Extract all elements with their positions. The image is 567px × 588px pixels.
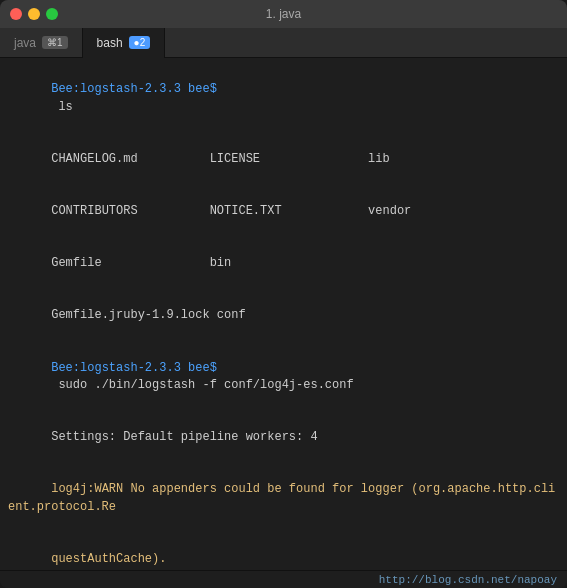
status-bar: http://blog.csdn.net/napoay: [0, 570, 567, 588]
terminal-window: 1. java java ⌘1 bash ●2 Bee:logstash-2.3…: [0, 0, 567, 588]
prompt-text: Bee:logstash-2.3.3 bee$: [51, 82, 217, 96]
tab-bash[interactable]: bash ●2: [83, 28, 166, 58]
ls-row-3: Gemfile bin: [8, 238, 559, 290]
status-url: http://blog.csdn.net/napoay: [379, 574, 557, 586]
ls-row-4: Gemfile.jruby-1.9.lock conf: [8, 290, 559, 342]
ls-row-1: CHANGELOG.md LICENSE lib: [8, 134, 559, 186]
line-prompt-sudo: Bee:logstash-2.3.3 bee$ sudo ./bin/logst…: [8, 342, 559, 412]
line-prompt-ls: Bee:logstash-2.3.3 bee$ ls: [8, 64, 559, 134]
tab-java-label: java: [14, 36, 36, 50]
tab-bash-num: ●2: [129, 36, 151, 49]
traffic-lights: [10, 8, 58, 20]
minimize-button[interactable]: [28, 8, 40, 20]
tab-java-num: ⌘1: [42, 36, 68, 49]
close-button[interactable]: [10, 8, 22, 20]
tab-java[interactable]: java ⌘1: [0, 28, 83, 58]
ls-row-2: CONTRIBUTORS NOTICE.TXT vendor: [8, 186, 559, 238]
fullscreen-button[interactable]: [46, 8, 58, 20]
cmd-ls: ls: [51, 100, 73, 114]
line-settings: Settings: Default pipeline workers: 4: [8, 412, 559, 464]
tab-bash-label: bash: [97, 36, 123, 50]
terminal-output[interactable]: Bee:logstash-2.3.3 bee$ ls CHANGELOG.md …: [0, 58, 567, 570]
tab-bar: java ⌘1 bash ●2: [0, 28, 567, 58]
line-warn1b: questAuthCache).: [8, 534, 559, 570]
window-title: 1. java: [266, 7, 301, 21]
line-warn1: log4j:WARN No appenders could be found f…: [8, 464, 559, 534]
title-bar: 1. java: [0, 0, 567, 28]
